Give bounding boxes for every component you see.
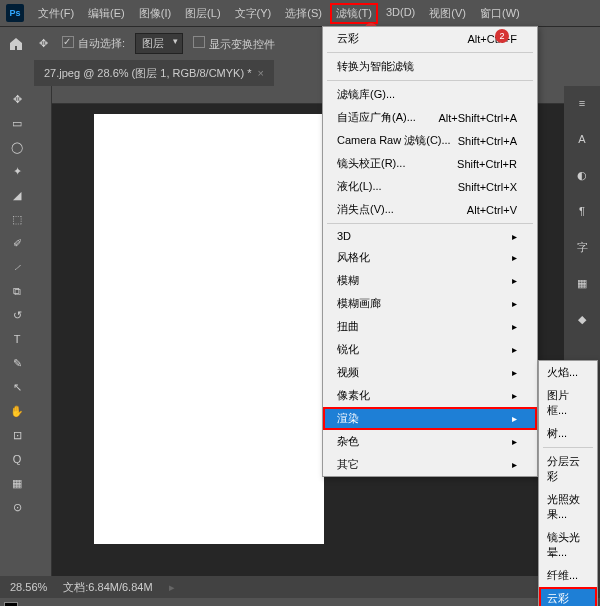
tool-hand[interactable]: ✋ — [5, 400, 29, 422]
tool-heal[interactable]: ⟋ — [5, 256, 29, 278]
menu-image[interactable]: 图像(I) — [133, 3, 177, 24]
document-tab-label: 27.jpeg @ 28.6% (图层 1, RGB/8/CMYK) * — [44, 66, 251, 81]
menu-file[interactable]: 文件(F) — [32, 3, 80, 24]
filter-video[interactable]: 视频 — [323, 361, 537, 384]
checkbox-icon — [62, 36, 74, 48]
tool-frame[interactable]: ⬚ — [5, 208, 29, 230]
menu-separator — [327, 223, 533, 224]
render-tree[interactable]: 树... — [539, 422, 597, 445]
filter-noise[interactable]: 杂色 — [323, 430, 537, 453]
tools-panel: ✥ ▭ ◯ ✦ ◢ ⬚ ✐ ⟋ ⧉ ↺ T ✎ ↖ ✋ ⊡ Q ▦ ⊙ — [0, 86, 34, 576]
filter-adaptive[interactable]: 自适应广角(A)...Alt+Shift+Ctrl+A — [323, 106, 537, 129]
chevron-right-icon: ▸ — [169, 581, 175, 594]
zoom-level[interactable]: 28.56% — [10, 581, 47, 593]
filter-dropdown: 云彩Alt+Ctrl+F 转换为智能滤镜 滤镜库(G)... 自适应广角(A).… — [322, 26, 538, 477]
menu-select[interactable]: 选择(S) — [279, 3, 328, 24]
tool-edit[interactable]: ▦ — [5, 472, 29, 494]
menu-separator — [327, 52, 533, 53]
menu-separator — [543, 447, 593, 448]
close-icon[interactable]: × — [257, 67, 263, 79]
filter-3d[interactable]: 3D — [323, 226, 537, 246]
home-icon[interactable] — [8, 36, 24, 52]
render-submenu: 火焰... 图片框... 树... 分层云彩 光照效果... 镜头光晕... 纤… — [538, 360, 598, 606]
paragraph-icon[interactable]: ¶ — [570, 200, 594, 222]
tool-more[interactable]: ⊙ — [5, 496, 29, 518]
tool-zoom[interactable]: Q — [5, 448, 29, 470]
menu-separator — [327, 80, 533, 81]
render-frame[interactable]: 图片框... — [539, 384, 597, 422]
render-lighting[interactable]: 光照效果... — [539, 488, 597, 526]
filter-smart[interactable]: 转换为智能滤镜 — [323, 55, 537, 78]
filter-liquify[interactable]: 液化(L)...Shift+Ctrl+X — [323, 175, 537, 198]
filter-render[interactable]: 渲染 — [323, 407, 537, 430]
menu-type[interactable]: 文字(Y) — [229, 3, 278, 24]
filter-lens[interactable]: 镜头校正(R)...Shift+Ctrl+R — [323, 152, 537, 175]
menu-filter[interactable]: 滤镜(T) 1 — [330, 3, 378, 24]
auto-select-option[interactable]: 自动选择: — [62, 36, 125, 51]
glyphs-icon[interactable]: 字 — [570, 236, 594, 258]
title-bar: Ps 文件(F) 编辑(E) 图像(I) 图层(L) 文字(Y) 选择(S) 滤… — [0, 0, 600, 26]
menu-3d[interactable]: 3D(D) — [380, 3, 421, 24]
menu-view[interactable]: 视图(V) — [423, 3, 472, 24]
checkbox-icon — [193, 36, 205, 48]
layers-icon[interactable]: ◆ — [570, 308, 594, 330]
canvas[interactable] — [94, 114, 324, 544]
tool-move[interactable]: ✥ — [5, 88, 29, 110]
filter-stylize[interactable]: 风格化 — [323, 246, 537, 269]
tool-stamp[interactable]: ↺ — [5, 304, 29, 326]
char-icon[interactable]: A — [570, 128, 594, 150]
menu-bar: 文件(F) 编辑(E) 图像(I) 图层(L) 文字(Y) 选择(S) 滤镜(T… — [32, 3, 526, 24]
filter-vanishing[interactable]: 消失点(V)...Alt+Ctrl+V — [323, 198, 537, 221]
app-logo: Ps — [6, 4, 24, 22]
filter-gallery[interactable]: 滤镜库(G)... — [323, 83, 537, 106]
render-diffclouds[interactable]: 分层云彩 — [539, 450, 597, 488]
tool-rect[interactable]: ⊡ — [5, 424, 29, 446]
document-tab[interactable]: 27.jpeg @ 28.6% (图层 1, RGB/8/CMYK) * × — [34, 60, 274, 86]
show-transform-option[interactable]: 显示变换控件 — [193, 36, 275, 52]
swatches-icon[interactable]: ▦ — [570, 272, 594, 294]
render-fibers[interactable]: 纤维... — [539, 564, 597, 587]
tool-crop[interactable]: ◢ — [5, 184, 29, 206]
tool-pen[interactable]: ✎ — [5, 352, 29, 374]
tool-lasso[interactable]: ◯ — [5, 136, 29, 158]
tool-path[interactable]: ↖ — [5, 376, 29, 398]
fg-swatch[interactable] — [4, 602, 18, 606]
move-tool-icon: ✥ — [34, 35, 52, 53]
menu-layer[interactable]: 图层(L) — [179, 3, 226, 24]
tool-wand[interactable]: ✦ — [5, 160, 29, 182]
doc-size[interactable]: 文档:6.84M/6.84M — [63, 580, 152, 595]
tool-marquee[interactable]: ▭ — [5, 112, 29, 134]
render-lensflare[interactable]: 镜头光晕... — [539, 526, 597, 564]
filter-other[interactable]: 其它 — [323, 453, 537, 476]
tool-eyedropper[interactable]: ✐ — [5, 232, 29, 254]
tool-brush[interactable]: ⧉ — [5, 280, 29, 302]
filter-pixelate[interactable]: 像素化 2 — [323, 384, 537, 407]
tool-type[interactable]: T — [5, 328, 29, 350]
menu-window[interactable]: 窗口(W) — [474, 3, 526, 24]
filter-sharpen[interactable]: 锐化 — [323, 338, 537, 361]
status-bar: 28.56% 文档:6.84M/6.84M ▸ — [0, 576, 600, 598]
filter-blur[interactable]: 模糊 — [323, 269, 537, 292]
filter-blur-gallery[interactable]: 模糊画廊 — [323, 292, 537, 315]
menu-edit[interactable]: 编辑(E) — [82, 3, 131, 24]
render-flame[interactable]: 火焰... — [539, 361, 597, 384]
ruler-vertical — [34, 86, 52, 576]
filter-distort[interactable]: 扭曲 — [323, 315, 537, 338]
filter-cameraraw[interactable]: Camera Raw 滤镜(C)...Shift+Ctrl+A — [323, 129, 537, 152]
render-clouds[interactable]: 云彩 — [539, 587, 597, 606]
annotation-badge-2: 2 — [495, 29, 509, 43]
layer-dropdown[interactable]: 图层 — [135, 33, 183, 54]
panel-icon[interactable]: ≡ — [570, 92, 594, 114]
color-icon[interactable]: ◐ — [570, 164, 594, 186]
